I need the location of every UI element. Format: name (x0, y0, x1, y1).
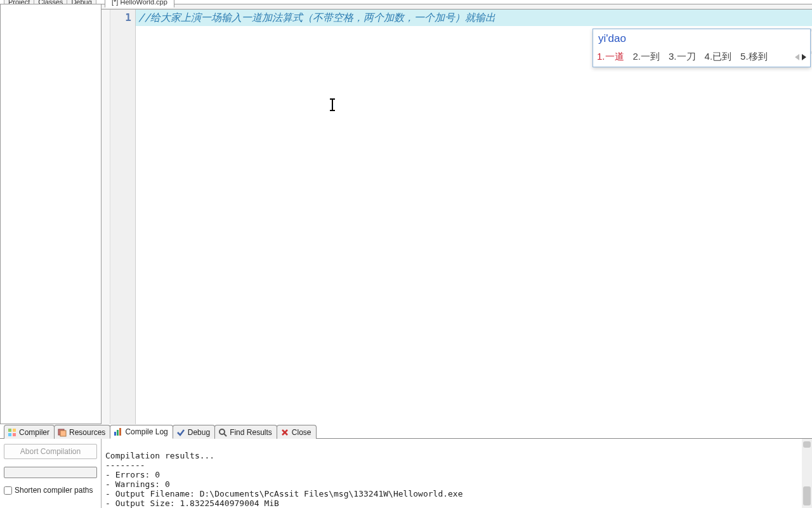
check-icon (176, 428, 185, 437)
scrollbar-thumb[interactable] (803, 441, 811, 448)
ime-next-icon[interactable] (802, 54, 806, 60)
scrollbar-thumb[interactable] (803, 486, 811, 505)
close-icon (280, 428, 289, 437)
bottom-tab-label: Compiler (19, 428, 49, 437)
log-line: Compilation results... (105, 451, 214, 460)
svg-rect-0 (8, 429, 11, 432)
code-editor[interactable]: 1 //给大家上演一场输入一道加法算式（不带空格，两个加数，一个加号）就输出 y… (102, 10, 812, 424)
svg-rect-7 (117, 430, 119, 436)
ime-candidate-4[interactable]: 4.已到 (705, 51, 732, 63)
svg-rect-6 (114, 432, 116, 436)
svg-rect-5 (60, 431, 66, 436)
editor-file-tab[interactable]: [*] HelloWorld.cpp (105, 0, 174, 8)
bottom-tab-debug[interactable]: Debug (173, 425, 215, 439)
abort-compilation-button: Abort Compilation (4, 444, 97, 459)
bottom-tab-close[interactable]: Close (277, 425, 317, 439)
ime-popup[interactable]: yi'dao 1.一道 2.一到 3.一刀 4.已到 5.移到 (593, 29, 811, 67)
code-line-comment[interactable]: //给大家上演一场输入一道加法算式（不带空格，两个加数，一个加号）就输出 (136, 10, 812, 26)
svg-rect-8 (119, 428, 121, 436)
svg-rect-1 (13, 429, 16, 432)
ime-composition-text: yi'dao (593, 29, 810, 48)
compile-log-output[interactable]: Compilation results... -------- - Errors… (102, 439, 812, 508)
svg-line-10 (224, 434, 226, 436)
gutter-line-number: 1 (110, 11, 131, 23)
editor-fold-gutter (102, 10, 110, 424)
log-line: - Errors: 0 (105, 470, 160, 479)
compile-progress-bar (4, 467, 97, 478)
project-tree-panel[interactable] (0, 4, 102, 424)
svg-rect-3 (13, 433, 16, 436)
bar-chart-icon (114, 427, 122, 436)
bottom-tab-label: Find Results (230, 428, 272, 437)
resources-icon (58, 428, 67, 437)
editor-line-gutter: 1 (110, 10, 136, 424)
ime-candidate-2[interactable]: 2.一到 (633, 51, 660, 63)
search-icon (218, 428, 227, 437)
ime-candidate-1[interactable]: 1.一道 (597, 51, 624, 63)
bottom-tab-compiler[interactable]: Compiler (4, 425, 55, 439)
shorten-paths-row[interactable]: Shorten compiler paths (4, 486, 97, 495)
grid-icon (8, 428, 16, 437)
bottom-tab-find-results[interactable]: Find Results (214, 425, 277, 439)
svg-point-9 (219, 429, 225, 434)
bottom-tab-compile-log[interactable]: Compile Log (110, 425, 173, 439)
ime-candidate-5[interactable]: 5.移到 (740, 51, 768, 63)
bottom-tab-label: Close (292, 428, 311, 437)
bottom-tab-label: Debug (188, 428, 210, 437)
ime-candidate-3[interactable]: 3.一刀 (669, 51, 696, 63)
log-line: -------- (105, 460, 145, 470)
log-scrollbar[interactable] (802, 439, 812, 508)
text-cursor-icon (332, 98, 333, 111)
log-line: - Output Size: 1.83225440979004 MiB (105, 498, 279, 508)
bottom-tab-label: Compile Log (125, 427, 167, 436)
shorten-paths-checkbox[interactable] (4, 486, 12, 495)
log-line: - Output Filename: D:\Documents\PcAssit … (105, 489, 463, 498)
ime-prev-icon[interactable] (795, 54, 799, 60)
svg-rect-2 (8, 433, 11, 436)
log-line: - Warnings: 0 (105, 479, 170, 489)
bottom-tab-label: Resources (69, 428, 105, 437)
shorten-paths-label: Shorten compiler paths (15, 486, 93, 495)
bottom-tab-resources[interactable]: Resources (54, 425, 110, 439)
